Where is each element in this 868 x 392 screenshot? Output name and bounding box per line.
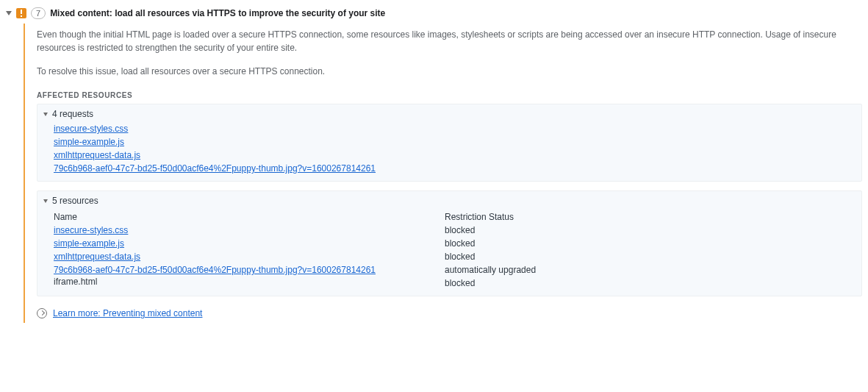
expand-triangle-icon[interactable] [6,11,12,15]
warning-icon [16,8,26,18]
resource-link[interactable]: insecure-styles.css [54,224,128,237]
resource-status: automatically upgraded [445,263,856,277]
requests-box: 4 requests insecure-styles.css simple-ex… [37,104,862,182]
column-header-status: Restriction Status [445,209,856,224]
table-row: iframe.html blocked [54,277,856,290]
request-link[interactable]: xmlhttprequest-data.js [54,149,140,162]
request-link[interactable]: insecure-styles.css [54,122,128,135]
request-link[interactable]: 79c6b968-aef0-47c7-bd25-f50d00acf6e4%2Fp… [54,162,376,175]
resources-header-text: 5 resources [52,196,98,206]
table-row: simple-example.js blocked [54,237,856,250]
resource-link[interactable]: simple-example.js [54,237,124,250]
resources-table: Name Restriction Status insecure-styles.… [43,209,856,290]
resource-status: blocked [445,250,856,263]
affected-resources-label: AFFECTED RESOURCES [37,91,862,99]
arrow-circle-icon [37,308,47,318]
resource-status: blocked [445,277,856,290]
issue-header-row[interactable]: 7 Mixed content: load all resources via … [6,6,862,24]
table-row: 79c6b968-aef0-47c7-bd25-f50d00acf6e4%2Fp… [54,263,856,277]
resource-link[interactable]: xmlhttprequest-data.js [54,250,140,263]
resource-name: iframe.html [54,275,97,288]
resource-link[interactable]: 79c6b968-aef0-47c7-bd25-f50d00acf6e4%2Fp… [54,263,376,277]
request-link[interactable]: simple-example.js [54,135,124,149]
issue-description-2: To resolve this issue, load all resource… [37,65,860,78]
issue-title: Mixed content: load all resources via HT… [50,8,385,18]
table-row: xmlhttprequest-data.js blocked [54,250,856,263]
requests-list: insecure-styles.css simple-example.js xm… [43,122,856,175]
expand-triangle-icon[interactable] [43,199,48,203]
table-header-row: Name Restriction Status [54,209,856,224]
issue-description-1: Even though the initial HTML page is loa… [37,28,860,54]
table-row: insecure-styles.css blocked [54,224,856,237]
resources-box: 5 resources Name Restriction Status inse… [37,190,862,296]
learn-more-link[interactable]: Learn more: Preventing mixed content [53,307,202,320]
resource-status: blocked [445,237,856,250]
requests-header-text: 4 requests [52,109,93,119]
requests-header[interactable]: 4 requests [43,109,856,119]
expand-triangle-icon[interactable] [43,113,48,116]
resource-status: blocked [445,224,856,237]
learn-more-row[interactable]: Learn more: Preventing mixed content [37,307,862,320]
resources-header[interactable]: 5 resources [43,196,856,206]
issue-count-badge: 7 [31,7,46,19]
issue-body: Even though the initial HTML page is loa… [24,24,862,323]
column-header-name: Name [54,209,445,224]
